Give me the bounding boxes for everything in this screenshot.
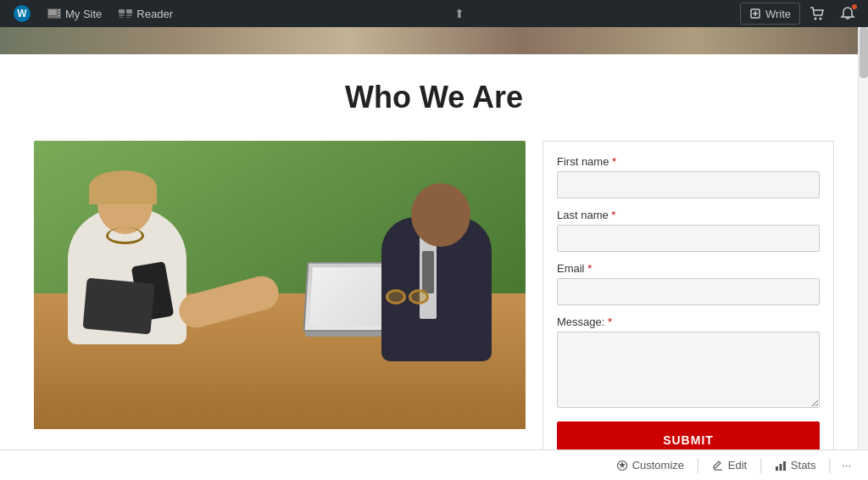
wp-logo-icon: W	[14, 5, 31, 22]
divider-1: |	[696, 456, 700, 474]
svg-rect-19	[776, 466, 778, 471]
last-name-input[interactable]	[557, 225, 820, 252]
svg-rect-7	[126, 9, 132, 14]
svg-rect-9	[126, 14, 132, 16]
svg-point-15	[815, 18, 817, 20]
contact-form: First name * Last name * Email *	[542, 141, 834, 473]
site-icon	[47, 8, 61, 19]
edit-button[interactable]: Edit	[704, 455, 755, 475]
page-title: Who We Are	[0, 71, 868, 124]
reader-icon	[119, 8, 132, 19]
svg-rect-4	[58, 14, 60, 16]
message-label: Message: *	[557, 315, 820, 328]
svg-rect-8	[119, 14, 125, 16]
svg-rect-2	[58, 9, 60, 11]
bottom-bar: Customize | Edit | Stats | ···	[0, 449, 868, 480]
write-label: Write	[765, 8, 791, 20]
main-content: Who We Are	[0, 54, 868, 480]
admin-bar-center: ⬆	[446, 0, 473, 27]
divider-3: |	[827, 456, 832, 474]
reader-item[interactable]: Reader	[112, 0, 180, 27]
admin-bar: W My Site Reader	[0, 0, 868, 27]
reader-label: Reader	[136, 8, 173, 20]
first-name-required: *	[612, 155, 616, 168]
write-button[interactable]: Write	[740, 3, 800, 25]
wp-logo-item[interactable]: W	[7, 0, 37, 27]
stats-button[interactable]: Stats	[766, 455, 825, 475]
more-button[interactable]: ···	[835, 455, 858, 475]
svg-rect-6	[119, 9, 125, 14]
message-input[interactable]	[557, 332, 820, 408]
first-name-input[interactable]	[557, 171, 820, 198]
email-label: Email *	[557, 262, 820, 275]
my-site-label: My Site	[65, 8, 102, 20]
hero-image-strip	[0, 27, 868, 54]
edit-icon	[712, 460, 724, 472]
last-name-group: Last name *	[557, 209, 820, 252]
last-name-required: *	[611, 209, 615, 221]
svg-rect-20	[779, 464, 782, 471]
customize-button[interactable]: Customize	[608, 455, 693, 475]
notifications-icon-btn[interactable]	[834, 0, 861, 27]
email-required: *	[587, 262, 592, 275]
svg-rect-1	[48, 9, 57, 15]
svg-rect-10	[119, 17, 123, 18]
team-photo	[34, 141, 526, 429]
svg-rect-11	[126, 17, 131, 18]
photo-scene	[34, 141, 526, 429]
cart-icon-btn[interactable]	[804, 0, 831, 27]
svg-point-16	[820, 18, 822, 20]
svg-rect-5	[48, 16, 60, 18]
scrollbar[interactable]	[858, 27, 868, 480]
admin-bar-right: Write	[740, 0, 861, 27]
content-row: First name * Last name * Email *	[0, 141, 868, 473]
message-group: Message: *	[557, 315, 820, 411]
divider-2: |	[759, 456, 763, 474]
customize-icon	[616, 460, 628, 472]
upload-icon[interactable]: ⬆	[446, 0, 473, 27]
email-input[interactable]	[557, 278, 820, 305]
edit-label: Edit	[728, 459, 747, 472]
svg-rect-21	[783, 461, 786, 471]
first-name-label: First name *	[557, 155, 820, 168]
scrollbar-thumb[interactable]	[860, 27, 868, 78]
stats-icon	[775, 460, 787, 472]
bell-icon	[840, 6, 855, 21]
customize-label: Customize	[632, 459, 684, 472]
my-site-item[interactable]: My Site	[41, 0, 108, 27]
last-name-label: Last name *	[557, 209, 820, 221]
cart-icon	[810, 6, 825, 21]
admin-bar-left: W My Site Reader	[7, 0, 180, 27]
stats-label: Stats	[791, 459, 816, 472]
write-icon	[749, 8, 761, 20]
svg-rect-3	[58, 12, 60, 14]
message-required: *	[608, 315, 612, 328]
first-name-group: First name *	[557, 155, 820, 198]
email-group: Email *	[557, 262, 820, 305]
